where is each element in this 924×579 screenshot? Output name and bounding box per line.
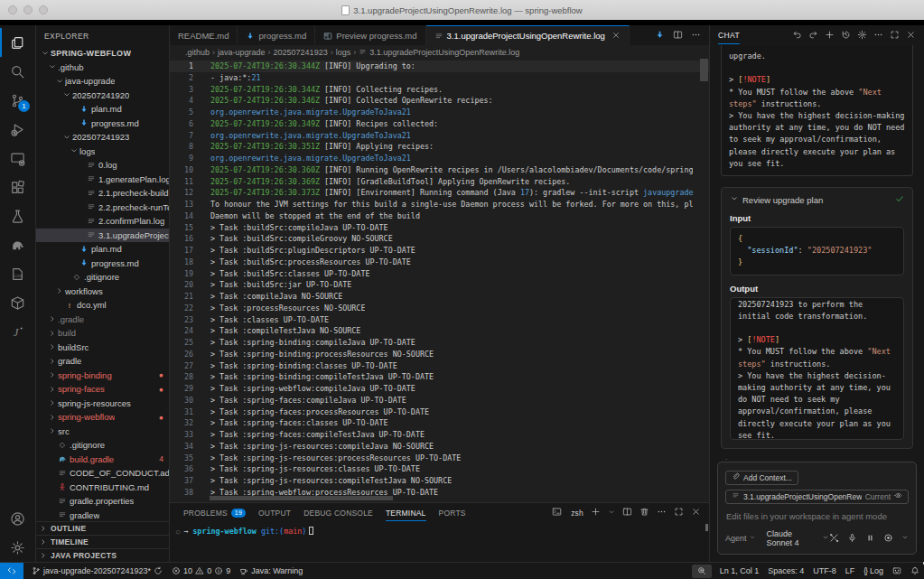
feedback-button[interactable]	[888, 563, 906, 579]
more-button[interactable]	[657, 507, 667, 518]
activity-output-log[interactable]: LOG	[0, 259, 35, 288]
plus-button[interactable]	[825, 30, 835, 42]
activity-search[interactable]	[0, 57, 35, 86]
tree-item[interactable]: java-upgrade	[36, 74, 169, 89]
breadcrumb-file[interactable]: 3.1.upgradeProjectUsingOpenRewrite.log	[369, 48, 519, 57]
expand-button[interactable]	[674, 507, 684, 518]
model-picker[interactable]: Claude Sonnet 4	[767, 529, 829, 547]
send-options-button[interactable]	[901, 534, 909, 543]
trash-button[interactable]	[639, 507, 649, 518]
download-button[interactable]	[655, 30, 665, 42]
sidebar-section-timeline[interactable]: TIMELINE	[36, 535, 169, 548]
tree-item[interactable]: spring-binding●	[36, 369, 169, 383]
tree-item[interactable]: 2.confirmPlan.log	[36, 214, 169, 229]
sidebar-section-java-projects[interactable]: JAVA PROJECTS	[36, 548, 169, 562]
tree-item[interactable]: 2.2.precheck-runTests....	[36, 201, 169, 215]
notifications-bell[interactable]	[906, 563, 924, 579]
editor-tab[interactable]: 3.1.upgradeProjectUsingOpenRewrite.log	[426, 25, 630, 45]
tree-item[interactable]: .github	[36, 61, 169, 75]
more-button[interactable]	[873, 30, 883, 42]
activity-testing[interactable]	[0, 201, 35, 230]
tree-item[interactable]: spring-js-resources	[36, 397, 169, 411]
editor-tab[interactable]: README.md	[170, 25, 238, 45]
tree-item[interactable]: 2.1.precheck-build.log	[36, 186, 169, 201]
launch-profile-button[interactable]	[608, 509, 615, 518]
breadcrumb-segment[interactable]: 202507241923	[274, 48, 328, 57]
terminal-scrollbar[interactable]	[705, 524, 708, 531]
tree-item[interactable]: build	[36, 326, 169, 341]
activity-run-debug[interactable]	[0, 115, 35, 144]
breadcrumb[interactable]: .github›java-upgrade›202507241923›logs›3…	[170, 45, 709, 59]
activity-gradle[interactable]	[0, 230, 35, 259]
editor-tab[interactable]: Preview progress.md	[315, 25, 425, 45]
redo-button[interactable]	[808, 30, 818, 42]
termicon-button[interactable]	[552, 507, 562, 518]
undo-button[interactable]	[792, 30, 802, 42]
chat-input-placeholder[interactable]: Edit files in your workspace in agent mo…	[726, 511, 908, 521]
pause-button[interactable]	[865, 533, 875, 545]
tree-item[interactable]: progress.md	[36, 257, 169, 271]
configure-tools-button[interactable]	[829, 533, 839, 545]
eye-icon[interactable]	[894, 491, 902, 501]
split-button[interactable]	[673, 30, 683, 42]
zoom-status-button[interactable]	[692, 565, 712, 578]
encoding-status[interactable]: UTF-8	[808, 563, 841, 579]
git-branch-status[interactable]: java-upgrade-202507241923*	[27, 563, 167, 579]
close-button[interactable]	[906, 30, 916, 42]
tool-output-block[interactable]: 202507241923 to perform the initial code…	[730, 297, 904, 440]
chat-tab[interactable]: CHAT	[718, 25, 740, 45]
minimize-window-button[interactable]	[23, 5, 33, 14]
panel-tab-terminal[interactable]: TERMINAL	[386, 503, 426, 522]
vertical-scrollbar[interactable]	[700, 59, 708, 81]
attached-file-pill[interactable]: 3.1.upgradeProjectUsingOpenRewrite Curre…	[725, 490, 909, 504]
tree-item[interactable]: progress.md	[36, 117, 169, 131]
tree-item[interactable]: 3.1.upgradeProjectUsin...	[36, 229, 169, 243]
tree-item[interactable]: !dco.yml	[36, 298, 169, 313]
activity-extensions[interactable]	[0, 173, 35, 201]
tree-item[interactable]: plan.md	[36, 242, 169, 257]
tree-item[interactable]: CODE_OF_CONDUCT.adoc	[36, 466, 169, 481]
eol-status[interactable]: LF	[841, 563, 860, 579]
activity-remote-explorer[interactable]	[0, 144, 35, 173]
tree-item[interactable]: gradle	[36, 354, 169, 369]
tree-item[interactable]: 0.log	[36, 158, 169, 173]
activity-settings[interactable]	[0, 533, 35, 562]
tree-item[interactable]: buildSrc	[36, 341, 169, 355]
chat-messages[interactable]: upgrade.> [!NOTE]* You MUST follow the a…	[710, 45, 924, 460]
plus-button[interactable]	[591, 507, 601, 518]
panel-tab-output[interactable]: OUTPUT	[258, 503, 291, 522]
breadcrumb-segment[interactable]: java-upgrade	[218, 48, 266, 57]
close-button[interactable]	[691, 507, 701, 518]
indentation-status[interactable]: Spaces: 4	[763, 563, 808, 579]
tree-item[interactable]: spring-webflow●	[36, 410, 169, 425]
history-button[interactable]	[841, 30, 851, 42]
panel-tab-debug-console[interactable]: DEBUG CONSOLE	[303, 503, 373, 522]
java-status[interactable]: Java: Warning	[235, 563, 307, 579]
tree-item[interactable]: spring-faces●	[36, 382, 169, 397]
tree-item[interactable]: gradle.properties	[36, 494, 169, 509]
tree-item[interactable]: workflows	[36, 285, 169, 299]
activity-source-control[interactable]: 1	[0, 86, 35, 115]
tree-item[interactable]: SPRING-WEBFLOW	[36, 46, 169, 61]
tool-call-header[interactable]: Review upgrade plan	[730, 194, 904, 205]
split-button[interactable]	[622, 507, 632, 518]
gear-button[interactable]	[857, 30, 867, 42]
panel-tab-problems[interactable]: PROBLEMS19	[183, 503, 246, 522]
tree-item[interactable]: plan.md	[36, 102, 169, 117]
tree-item[interactable]: .gitignore	[36, 270, 169, 285]
expand-button[interactable]	[890, 30, 900, 42]
terminal-body[interactable]: ○→ spring-webflow git:(main)	[170, 522, 709, 562]
activity-containers[interactable]	[0, 288, 35, 317]
tree-item[interactable]: src	[36, 425, 169, 439]
tree-item[interactable]: logs	[36, 145, 169, 159]
problems-status[interactable]: 1009	[167, 563, 235, 579]
tree-item[interactable]: CONTRIBUTING.md	[36, 481, 169, 495]
breadcrumb-segment[interactable]: .github	[185, 48, 210, 57]
editor[interactable]: 12025-07-24T19:26:30.344Z [INFO] Upgradi…	[170, 59, 709, 502]
cursor-position[interactable]: Ln 1, Col 1	[715, 563, 764, 579]
close-window-button[interactable]	[8, 5, 17, 14]
activity-explorer[interactable]	[0, 28, 35, 57]
more-button[interactable]	[691, 30, 701, 42]
tree-item[interactable]: .gradle	[36, 313, 169, 327]
tree-item[interactable]: gradlew	[36, 509, 169, 522]
